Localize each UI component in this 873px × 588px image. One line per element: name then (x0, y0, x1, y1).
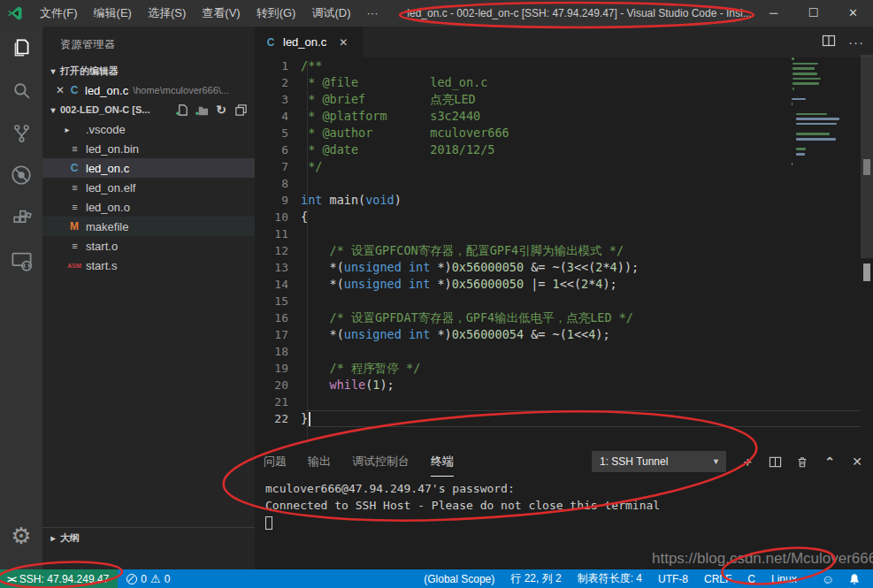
editor-more-actions-icon[interactable]: ··· (848, 34, 864, 50)
folder-section-header[interactable]: ▾ 002-LED_ON-C [S... ↻ (42, 100, 255, 119)
file-item-start-s[interactable]: ASMstart.s (42, 256, 255, 275)
scrollbar-thumb[interactable] (861, 55, 873, 258)
menu-item[interactable]: 文件(F) (32, 0, 86, 27)
code-editor[interactable]: 1/**2 * @file led_on.c3 * @brief 点亮LED4 … (255, 57, 873, 447)
line-number: 18 (255, 343, 301, 360)
outline-section-header[interactable]: ▸ 大纲 (42, 527, 255, 548)
code-line-4[interactable]: 4 * @platform s3c2440 (255, 108, 873, 125)
code-line-12[interactable]: 12 /* 设置GPFCON寄存器，配置GPF4引脚为输出模式 */ (255, 242, 873, 259)
menu-item[interactable]: 调试(D) (303, 0, 358, 27)
bin-file-icon: ≡ (67, 143, 81, 154)
new-terminal-icon[interactable]: ＋ (740, 454, 754, 469)
code-line-1[interactable]: 1/** (255, 57, 873, 74)
code-line-14[interactable]: 14 *(unsigned int *)0x56000050 |= 1<<(2*… (255, 276, 873, 293)
code-line-16[interactable]: 16 /* 设置GPFDAT寄存器，GPF4输出低电平，点亮LED */ (255, 309, 873, 326)
code-line-21[interactable]: 21 (255, 393, 873, 410)
source-control-icon[interactable] (0, 111, 42, 154)
status-item[interactable]: 行 22, 列 2 (510, 571, 561, 586)
maximize-panel-chevron-icon[interactable]: ⌃ (823, 454, 837, 469)
warning-icon: ⚠ (150, 572, 161, 585)
tab-led-on-c[interactable]: C led_on.c ✕ (255, 27, 363, 57)
extensions-icon[interactable] (0, 196, 42, 239)
code-line-3[interactable]: 3 * @brief 点亮LED (255, 91, 873, 108)
refresh-icon[interactable]: ↻ (214, 103, 228, 117)
editor-scrollbar[interactable] (861, 55, 873, 447)
panel-tab-调试控制台[interactable]: 调试控制台 (352, 447, 410, 477)
search-icon[interactable] (0, 69, 42, 111)
status-item[interactable]: C (747, 573, 755, 585)
code-line-17[interactable]: 17 *(unsigned int *)0x56000054 &= ~(1<<4… (255, 326, 873, 343)
code-line-6[interactable]: 6 * @date 2018/12/5 (255, 141, 873, 158)
problems-status[interactable]: 0 ⚠ 0 (126, 572, 170, 585)
file-item-led_on-o[interactable]: ≡led_on.o (42, 197, 255, 217)
new-file-icon[interactable] (175, 103, 189, 117)
split-terminal-icon[interactable] (768, 454, 782, 469)
code-line-19[interactable]: 19 /* 程序暂停 */ (255, 360, 873, 377)
remote-explorer-icon[interactable] (0, 239, 42, 281)
file-item-led_on-c[interactable]: Cled_on.c (42, 158, 255, 178)
settings-gear-icon[interactable]: ⚙ (0, 518, 42, 554)
line-number: 4 (255, 108, 301, 125)
minimize-button[interactable]: ─ (754, 0, 793, 27)
file-item-start-o[interactable]: ≡start.o (42, 236, 255, 256)
chevron-right-icon: ▸ (46, 533, 60, 543)
panel-tab-active[interactable]: 终端 (431, 447, 454, 477)
menu-item[interactable]: ··· (358, 0, 386, 27)
menu-item[interactable]: 选择(S) (140, 0, 194, 27)
status-item[interactable]: UTF-8 (658, 573, 688, 585)
code-line-9[interactable]: 9int main(void) (255, 192, 873, 209)
line-number: 14 (255, 276, 301, 293)
split-editor-icon[interactable] (822, 34, 836, 51)
line-number: 6 (255, 141, 301, 158)
code-line-13[interactable]: 13 *(unsigned int *)0x56000050 &= ~(3<<(… (255, 259, 873, 276)
code-line-20[interactable]: 20 while(1); (255, 377, 873, 393)
remote-indicator[interactable]: >< SSH: 47.94.249.47 (0, 569, 118, 588)
file-item-makefile[interactable]: Mmakefile (42, 217, 255, 236)
status-item[interactable]: 制表符长度: 4 (578, 571, 642, 586)
file-item-led_on-bin[interactable]: ≡led_on.bin (42, 139, 255, 158)
new-folder-icon[interactable] (195, 103, 209, 117)
menu-item[interactable]: 转到(G) (249, 0, 304, 27)
bin-file-icon: ≡ (67, 241, 81, 251)
vscode-logo-icon (7, 5, 23, 21)
maximize-button[interactable]: ☐ (793, 0, 833, 27)
code-line-18[interactable]: 18 (255, 343, 873, 360)
panel-tab-问题[interactable]: 问题 (264, 447, 287, 477)
code-line-5[interactable]: 5 * @author mculover666 (255, 125, 873, 141)
status-item[interactable]: CRLF (704, 573, 731, 585)
code-line-15[interactable]: 15 (255, 293, 873, 309)
collapse-all-icon[interactable] (234, 103, 248, 117)
status-bar: >< SSH: 47.94.249.47 0 ⚠ 0 (Global Scope… (0, 569, 873, 588)
status-item[interactable]: Linux (771, 573, 797, 585)
line-number: 2 (255, 74, 301, 91)
open-editors-header[interactable]: ▾ 打开的编辑器 (42, 61, 255, 80)
file-item--vscode[interactable]: ▸.vscode (42, 119, 255, 139)
menu-item[interactable]: 编辑(E) (86, 0, 140, 27)
code-line-10[interactable]: 10{ (255, 209, 873, 225)
vscode-window: 文件(F)编辑(E)选择(S)查看(V)转到(G)调试(D)··· led_on… (0, 0, 873, 588)
code-line-22[interactable]: 22} (255, 410, 873, 427)
status-item[interactable]: (Global Scope) (424, 573, 494, 585)
terminal-selector-dropdown[interactable]: 1: SSH Tunnel ▼ (592, 451, 726, 472)
code-line-7[interactable]: 7 */ (255, 158, 873, 175)
explorer-icon[interactable] (0, 27, 42, 69)
file-item-led_on-elf[interactable]: ≡led_on.elf (42, 178, 255, 197)
notifications-bell-icon[interactable] (848, 573, 861, 585)
panel-tab-输出[interactable]: 输出 (308, 447, 331, 477)
minimap[interactable] (792, 57, 845, 190)
feedback-smiley-icon[interactable]: ☺ (822, 572, 834, 586)
code-line-2[interactable]: 2 * @file led_on.c (255, 74, 873, 91)
watermark-text: https://blog.csdn.net/Mculover666 (652, 550, 869, 568)
menu-item[interactable]: 查看(V) (194, 0, 248, 27)
close-panel-icon[interactable]: ✕ (850, 454, 864, 469)
close-button[interactable]: ✕ (833, 0, 873, 27)
code-line-8[interactable]: 8 (255, 175, 873, 192)
close-icon[interactable]: ✕ (339, 36, 348, 49)
kill-terminal-trash-icon[interactable] (795, 454, 809, 469)
code-line-11[interactable]: 11 (255, 225, 873, 242)
debug-icon[interactable] (0, 154, 42, 196)
open-editor-item[interactable]: ✕ C led_on.c \home\mculover666\... (42, 80, 255, 100)
close-icon[interactable]: ✕ (53, 84, 67, 96)
terminal-output[interactable]: mculover666@47.94.249.47's password:Conn… (255, 477, 873, 531)
terminal-line: Connected to SSH Host - Please do not cl… (265, 497, 873, 514)
